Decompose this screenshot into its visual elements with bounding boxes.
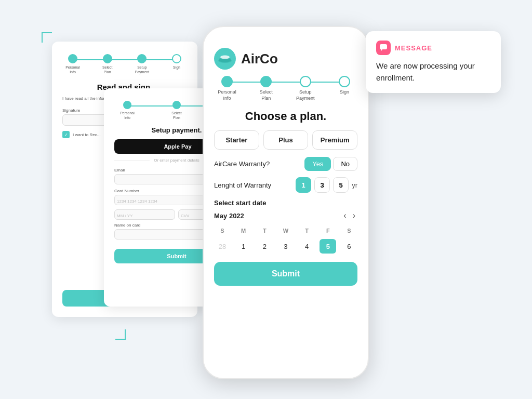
step-personal-info-bg1: PersonalInfo	[62, 54, 83, 74]
phone-step-setup-payment: SetupPayment	[292, 76, 318, 101]
bg2-divider-text: Or enter payment details	[154, 158, 200, 163]
cal-header-S1: S	[341, 223, 357, 238]
message-title: MESSAGE	[395, 44, 432, 52]
aircare-row: AirCare Warranty? Yes No	[214, 157, 357, 171]
warranty-5-button[interactable]: 5	[333, 177, 349, 193]
bg2-applepay-label: Apple Pay	[164, 143, 191, 150]
step-personal-bg2: PersonalInfo	[114, 101, 140, 120]
calendar-week-1: 28 1 2 3 4 5 6	[214, 239, 357, 254]
warranty-label: Lenght of Warranty	[214, 181, 271, 189]
warranty-1-button[interactable]: 1	[296, 177, 311, 193]
steps-line-bg1	[72, 59, 177, 60]
cal-day-1[interactable]: 1	[235, 239, 252, 254]
cal-header-T1: T	[299, 223, 315, 238]
cal-day-28[interactable]: 28	[214, 239, 231, 254]
phone-step-circle-2	[300, 76, 311, 87]
svg-rect-4	[380, 44, 387, 49]
step-label-bg1-0: PersonalInfo	[65, 65, 80, 74]
cal-header-T0: T	[256, 223, 273, 238]
message-header: MESSAGE	[376, 41, 490, 55]
svg-point-2	[220, 56, 230, 59]
calendar-section: Select start date May 2022 ‹ › S M T W T…	[214, 199, 357, 254]
aircare-yes-button[interactable]: Yes	[304, 157, 331, 171]
step-circle-bg1-1	[103, 54, 112, 63]
bg2-expiry-input[interactable]: MM / YY	[114, 209, 175, 220]
calendar-header-row: S M T W T F S	[214, 223, 357, 238]
svg-marker-5	[381, 49, 382, 51]
phone-step-select-plan: SelectPlan	[253, 76, 279, 101]
calendar-nav-group: ‹ ›	[341, 211, 357, 220]
cal-header-S0: S	[214, 223, 231, 238]
bg2-mmyy-placeholder: MM / YY	[115, 212, 135, 219]
calendar-prev-button[interactable]: ‹	[341, 211, 348, 220]
phone-steps: PersonalInfo SelectPlan SetupPayment Sig…	[214, 76, 357, 101]
phone-step-personal: PersonalInfo	[214, 76, 240, 101]
plan-premium-button[interactable]: Premium	[312, 130, 357, 150]
cal-header-M: M	[235, 223, 252, 238]
bracket-top-left	[42, 32, 52, 43]
step-circle-bg1-3	[172, 54, 181, 63]
bg1-checkbox-text: I want to Rec...	[73, 132, 100, 137]
phone-submit-button[interactable]: Submit	[214, 262, 357, 286]
svg-point-3	[218, 59, 232, 63]
step-label-bg1-1: SelectPlan	[102, 65, 112, 74]
cal-header-F: F	[320, 223, 336, 238]
plan-plus-button[interactable]: Plus	[263, 130, 309, 150]
step-circle-bg2-0	[123, 101, 131, 109]
start-date-label: Select start date	[214, 199, 357, 207]
phone-step-label-3: Sign	[340, 89, 349, 96]
phone-content: AirCo PersonalInfo SelectPlan SetupPayme…	[204, 38, 368, 296]
step-setup-payment-bg1: SetupPayment	[131, 54, 152, 74]
cal-header-W: W	[277, 223, 294, 238]
airco-logo-text: AirCo	[241, 51, 278, 67]
step-sign-bg1: Sign	[166, 54, 187, 70]
phone-page-title: Choose a plan.	[214, 110, 357, 123]
cal-day-3[interactable]: 3	[277, 239, 294, 254]
cal-day-4[interactable]: 4	[299, 239, 315, 254]
step-circle-bg2-1	[172, 101, 181, 109]
logo-svg	[216, 49, 234, 68]
bracket-bottom-right	[115, 329, 126, 340]
step-circle-bg1-2	[137, 54, 147, 63]
phone-step-label-2: SetupPayment	[296, 89, 315, 101]
divider-line-left	[114, 160, 150, 161]
step-plan-bg2: SelectPlan	[164, 101, 190, 120]
phone-notch	[260, 27, 312, 38]
aircare-no-button[interactable]: No	[333, 157, 357, 171]
phone-step-label-1: SelectPlan	[260, 89, 273, 101]
logo-area: AirCo	[214, 48, 357, 70]
aircare-toggle-group: Yes No	[304, 157, 357, 171]
step-circle-bg1-0	[68, 54, 77, 63]
phone-step-circle-0	[221, 76, 233, 87]
bg2-cvv-placeholder: CVV	[179, 212, 191, 219]
phone-step-label-0: PersonalInfo	[218, 89, 236, 101]
plan-buttons: Starter Plus Premium	[214, 130, 357, 150]
warranty-3-button[interactable]: 3	[314, 177, 330, 193]
calendar-next-button[interactable]: ›	[351, 211, 357, 220]
bg1-checkbox[interactable]: ✓	[62, 131, 70, 138]
phone-steps-line	[229, 82, 343, 83]
phone-frame: AirCo PersonalInfo SelectPlan SetupPayme…	[203, 26, 369, 379]
calendar-grid: S M T W T F S 28 1 2 3 4 5 6	[214, 223, 357, 254]
message-body: We are now processing your enrollment.	[376, 60, 490, 84]
message-popup: MESSAGE We are now processing your enrol…	[366, 31, 501, 93]
calendar-header: May 2022 ‹ ›	[214, 211, 357, 220]
warranty-group: 1 3 5 yr	[296, 177, 357, 193]
warranty-row: Lenght of Warranty 1 3 5 yr	[214, 177, 357, 193]
plan-starter-button[interactable]: Starter	[214, 130, 259, 150]
cal-day-6[interactable]: 6	[341, 239, 357, 254]
phone-step-circle-1	[260, 76, 272, 87]
aircare-label: AirCare Warranty?	[214, 160, 270, 168]
step-label-bg1-3: Sign	[173, 65, 180, 70]
phone-step-sign: Sign	[331, 76, 357, 96]
cal-day-5[interactable]: 5	[320, 239, 336, 254]
steps-bg1: PersonalInfo SelectPlan SetupPayment Sig…	[62, 54, 187, 74]
step-label-bg2-1: SelectPlan	[171, 111, 181, 120]
warranty-unit: yr	[352, 181, 357, 189]
phone-step-circle-3	[339, 76, 350, 87]
message-icon	[376, 41, 391, 55]
cal-day-2[interactable]: 2	[256, 239, 273, 254]
step-label-bg1-2: SetupPayment	[135, 65, 150, 74]
bg2-card-placeholder: 1234 1234 1234 1234	[115, 198, 159, 205]
step-label-bg2-0: PersonalInfo	[120, 111, 135, 120]
